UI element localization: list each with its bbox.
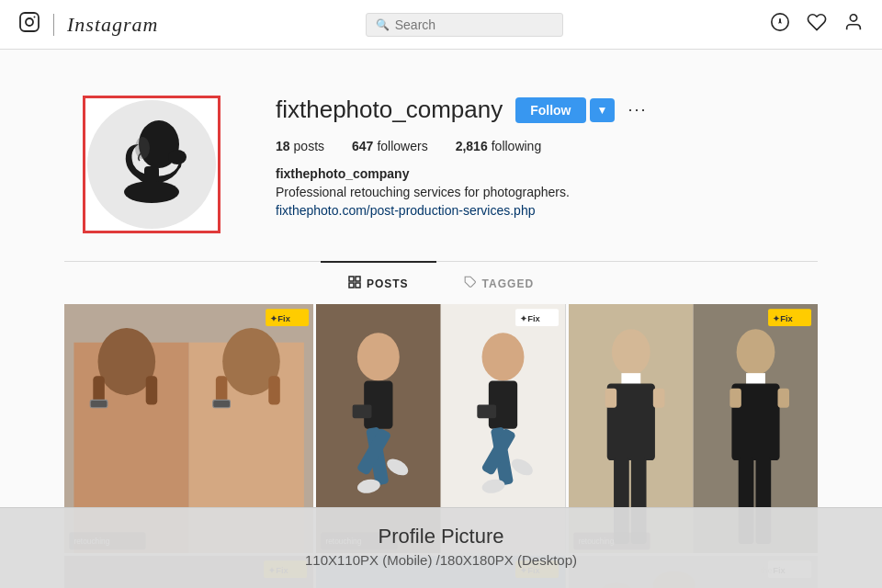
follow-dropdown-button[interactable]: ▼: [590, 98, 616, 122]
svg-point-11: [124, 181, 179, 203]
svg-point-35: [357, 333, 400, 380]
tab-posts-label: POSTS: [367, 277, 409, 290]
profile-picture-box: [83, 96, 220, 233]
search-input[interactable]: [395, 17, 553, 32]
bottom-overlay: Profile Picture 110X110PX (Mobile) /180X…: [0, 507, 882, 588]
following-label: following: [492, 139, 541, 153]
svg-text:✦Fix: ✦Fix: [270, 313, 290, 323]
profile-info: fixthephoto_company Follow ▼ ··· 18 post…: [276, 96, 799, 218]
profile-display-name: fixthephoto_company: [276, 166, 799, 181]
profile-stats: 18 posts 647 followers 2,816 following: [276, 139, 799, 153]
svg-rect-14: [356, 277, 360, 281]
search-icon: 🔍: [376, 18, 390, 31]
svg-point-1: [26, 18, 33, 26]
profile-link[interactable]: fixthephoto.com/post-production-services…: [276, 203, 535, 218]
following-count: 2,816: [456, 139, 488, 153]
svg-rect-13: [349, 277, 354, 281]
tabs-section: POSTS TAGGED: [64, 261, 818, 304]
profile-section: fixthephoto_company Follow ▼ ··· 18 post…: [64, 77, 818, 261]
followers-label: followers: [377, 139, 427, 153]
posts-tab-icon: [348, 276, 361, 291]
nav-right: [770, 12, 864, 37]
profile-username: fixthephoto_company: [276, 96, 503, 124]
nav-search-area: 🔍: [366, 13, 563, 37]
svg-point-9: [168, 150, 187, 164]
search-bar[interactable]: 🔍: [366, 13, 563, 37]
svg-rect-58: [605, 389, 616, 408]
svg-rect-65: [729, 389, 741, 408]
svg-rect-63: [746, 373, 765, 385]
more-options-button[interactable]: ···: [628, 100, 647, 119]
svg-point-62: [736, 329, 775, 375]
nav-left: Instagram: [18, 11, 158, 39]
svg-point-12: [135, 137, 150, 159]
svg-text:✦Fix: ✦Fix: [773, 313, 793, 323]
tab-tagged-label: TAGGED: [482, 277, 534, 290]
bottom-overlay-subtitle: 110X110PX (Mobile) /180X180PX (Desktop): [0, 552, 882, 568]
follow-button[interactable]: Follow: [515, 97, 585, 123]
svg-point-6: [850, 15, 856, 21]
svg-marker-5: [778, 18, 782, 23]
tagged-tab-icon: [464, 276, 477, 291]
svg-text:✦Fix: ✦Fix: [521, 313, 541, 323]
compass-icon[interactable]: [770, 12, 790, 37]
instagram-logo-icon: [18, 11, 40, 39]
heart-icon[interactable]: [807, 12, 827, 37]
svg-rect-24: [146, 376, 158, 404]
svg-rect-56: [621, 373, 640, 385]
posts-stat: 18 posts: [276, 139, 324, 153]
profile-picture-wrapper: [83, 96, 220, 233]
svg-point-55: [612, 329, 650, 375]
followers-count: 647: [352, 139, 373, 153]
tab-posts[interactable]: POSTS: [321, 261, 436, 304]
svg-rect-47: [353, 405, 372, 419]
svg-point-2: [34, 16, 36, 17]
profile-bio: Professional retouching services for pho…: [276, 185, 799, 199]
svg-rect-48: [478, 405, 497, 419]
svg-rect-16: [356, 283, 360, 288]
svg-rect-28: [213, 400, 231, 407]
profile-icon[interactable]: [843, 12, 864, 37]
bottom-overlay-title: Profile Picture: [0, 525, 882, 548]
profile-name-row: fixthephoto_company Follow ▼ ···: [276, 96, 799, 124]
nav-divider: [53, 14, 54, 36]
svg-rect-0: [20, 13, 39, 31]
following-stat: 2,816 following: [456, 139, 542, 153]
followers-stat: 647 followers: [352, 139, 428, 153]
svg-rect-59: [652, 389, 664, 408]
navbar: Instagram 🔍: [0, 0, 882, 50]
tab-tagged[interactable]: TAGGED: [436, 261, 561, 304]
svg-point-41: [482, 333, 525, 380]
nav-brand: Instagram: [67, 13, 158, 37]
posts-label: posts: [294, 139, 324, 153]
svg-rect-15: [349, 283, 354, 288]
posts-count: 18: [276, 139, 290, 153]
svg-rect-66: [777, 389, 789, 408]
svg-rect-26: [268, 376, 280, 404]
svg-rect-27: [90, 400, 107, 407]
profile-picture: [87, 100, 216, 229]
